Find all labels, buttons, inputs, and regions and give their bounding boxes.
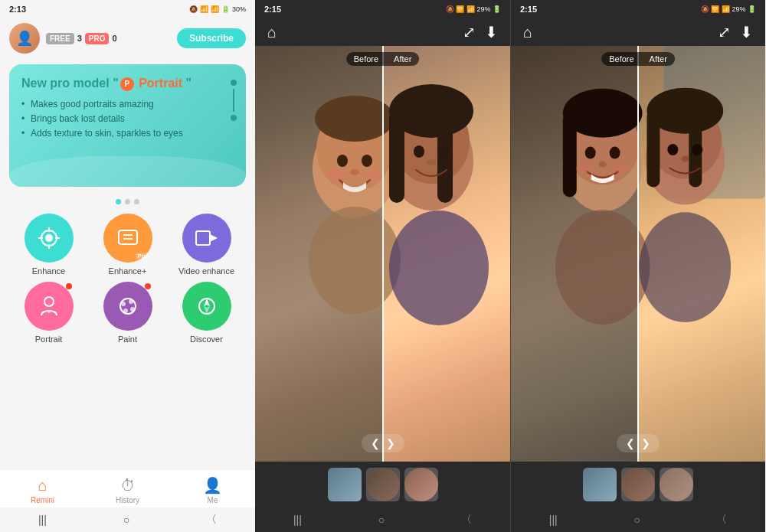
paint-label: Paint (118, 335, 137, 344)
portrait-svg (37, 294, 61, 318)
after-label-2: After (386, 52, 419, 66)
feature-video-enhance[interactable]: Video enhance (170, 214, 243, 276)
arrow-left-2[interactable]: ❮ (371, 437, 380, 449)
status-icons-1: 🔕 📶 📶 🔋 30% (189, 5, 246, 13)
thumb-4[interactable] (583, 468, 617, 501)
paint-icon-wrap (103, 282, 152, 331)
promo-decoration (231, 80, 237, 121)
status-time-3: 2:15 (520, 5, 537, 14)
alarm-icon-2: 🔕 (446, 5, 454, 13)
thumb-strip-3 (511, 462, 765, 508)
battery-pct: 30% (232, 5, 246, 13)
thumb-1[interactable] (328, 468, 362, 501)
pro-badge: Pro (136, 253, 149, 259)
paint-svg (116, 294, 140, 318)
svg-point-60 (639, 212, 731, 322)
home-icon-3[interactable]: ⌂ (523, 24, 532, 41)
battery-icon-3: 🔋 (748, 5, 756, 13)
panel-home: 2:13 🔕 📶 📶 🔋 30% 👤 FREE 3 PRO 0 Subscrib… (0, 0, 255, 532)
paint-red-dot (145, 283, 151, 289)
android-home-2[interactable]: ○ (378, 514, 385, 526)
thumb-6[interactable] (660, 468, 693, 501)
nav-remini[interactable]: ⌂ Remini (0, 477, 85, 504)
thumb-3[interactable] (404, 468, 438, 501)
dots-indicator (0, 193, 255, 211)
portrait-icon-wrap (25, 282, 74, 331)
photo-area-2: Before After ❮ ❯ (255, 46, 510, 462)
android-home-1[interactable]: ○ (123, 514, 129, 526)
portrait-red-dot (66, 283, 72, 289)
wifi-icon: 📶 (200, 5, 208, 13)
feature-enhance[interactable]: Enhance (12, 214, 85, 276)
me-person-icon: 👤 (203, 476, 222, 494)
divider-line-2 (382, 46, 384, 462)
dot-3 (134, 199, 139, 204)
download-icon-2[interactable]: ⬇ (485, 23, 498, 41)
bottom-nav: ⌂ Remini ⏱ History 👤 Me (0, 469, 255, 508)
nav-arrows-2[interactable]: ❮ ❯ (362, 434, 404, 452)
enhance-icon-wrap (25, 214, 74, 263)
video-enhance-icon (182, 214, 231, 263)
svg-point-50 (613, 163, 630, 174)
divider-line-3 (637, 46, 639, 462)
svg-rect-55 (647, 111, 660, 188)
status-icons-3: 🔕 🛜 📶 29% 🔋 (701, 5, 756, 13)
dot-2 (125, 199, 130, 204)
svg-point-1 (45, 234, 53, 242)
promo-title: New pro model "P Portrait " (21, 77, 234, 91)
expand-icon-2[interactable]: ⤢ (463, 23, 476, 41)
video-enhance-label: Video enhance (178, 266, 234, 276)
svg-point-35 (326, 168, 345, 181)
thumb-img-2 (366, 468, 400, 501)
discover-svg (195, 294, 219, 318)
arrow-left-3[interactable]: ❮ (626, 437, 635, 449)
nav-me[interactable]: 👤 Me (170, 476, 255, 504)
android-recent-1[interactable]: 〈 (206, 513, 217, 527)
arrow-right-3[interactable]: ❯ (641, 437, 650, 449)
thumb-5[interactable] (621, 468, 655, 501)
svg-marker-19 (204, 306, 210, 314)
thumb-img-3 (404, 468, 438, 501)
promo-name: Portrait (136, 77, 186, 90)
android-recent-2[interactable]: 〈 (461, 513, 472, 527)
nav-history[interactable]: ⏱ History (85, 477, 170, 504)
svg-point-14 (129, 299, 133, 304)
thumb-2[interactable] (366, 468, 400, 501)
feature-portrait[interactable]: Portrait (12, 282, 85, 344)
feature-discover[interactable]: Discover (170, 282, 243, 344)
download-icon-3[interactable]: ⬇ (740, 23, 753, 41)
battery-pct-3: 29% (732, 5, 745, 13)
features-grid: Enhance Pro Enhance+ (0, 211, 255, 347)
expand-icon-3[interactable]: ⤢ (718, 23, 731, 41)
discover-icon (182, 282, 231, 331)
svg-point-59 (681, 156, 689, 162)
me-label: Me (208, 496, 218, 504)
android-back-2[interactable]: ||| (293, 514, 302, 526)
feature-paint[interactable]: Paint (91, 282, 164, 344)
svg-point-51 (555, 210, 650, 325)
comparison-container-3: Before After ❮ ❯ (511, 46, 765, 462)
feature-enhance-plus[interactable]: Pro Enhance+ (91, 214, 164, 276)
arrow-right-2[interactable]: ❯ (386, 437, 395, 449)
android-recent-3[interactable]: 〈 (716, 513, 727, 527)
android-back-1[interactable]: ||| (38, 514, 47, 526)
badge-pro: PRO (85, 33, 110, 44)
free-count: 3 (77, 34, 82, 43)
svg-point-16 (123, 308, 128, 313)
status-time-1: 2:13 (9, 5, 26, 14)
enhance-plus-icon-wrap: Pro (103, 214, 152, 263)
status-bar-2: 2:15 🔕 🛜 📶 29% 🔋 (255, 0, 510, 18)
nav-arrows-3[interactable]: ❮ ❯ (617, 434, 660, 452)
deco-dot-bottom (231, 115, 237, 121)
avatar[interactable]: 👤 (9, 23, 40, 54)
home-icon-2[interactable]: ⌂ (267, 24, 277, 41)
ba-overlay-3: Before After (601, 52, 675, 66)
deco-dot-top (231, 80, 237, 86)
enhance-label: Enhance (32, 266, 65, 276)
battery-icon: 🔋 (221, 5, 230, 13)
wifi-icon-2: 🛜 (456, 5, 464, 13)
subscribe-button[interactable]: Subscribe (177, 28, 246, 48)
android-home-3[interactable]: ○ (633, 514, 640, 526)
android-nav-2: ||| ○ 〈 (255, 508, 510, 532)
android-back-3[interactable]: ||| (549, 514, 558, 526)
